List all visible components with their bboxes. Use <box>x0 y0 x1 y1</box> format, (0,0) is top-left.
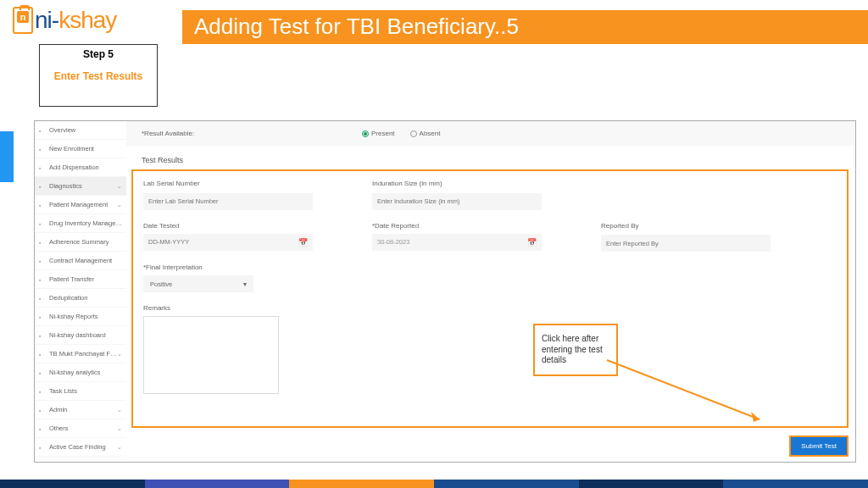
date-tested-label: Date Tested <box>143 222 313 230</box>
content-area: *Result Available: Present Absent Test R… <box>126 121 855 462</box>
sidebar-item-label: Deduplication <box>49 294 87 302</box>
radio-present-label: Present <box>371 130 395 137</box>
radio-dot-icon <box>362 130 369 137</box>
menu-icon: ▪ <box>39 239 46 246</box>
lab-serial-label: Lab Serial Number <box>143 180 313 187</box>
sidebar-item-label: Others <box>49 424 69 432</box>
sidebar-item-label: Diagnostics <box>49 182 82 190</box>
sidebar-item-label: Adherence Summary <box>49 238 108 246</box>
sidebar-item-patient-management[interactable]: ▪Patient Management⌄ <box>35 196 126 214</box>
chevron-down-icon: ⌄ <box>117 351 122 358</box>
app-logo: ni-kshay <box>13 7 116 34</box>
sidebar-item-new-enrollment[interactable]: ▪New Enrollment <box>35 140 126 158</box>
interpretation-select[interactable]: Positive ▾ <box>143 275 253 292</box>
footer-decoration <box>0 480 868 488</box>
chevron-down-icon: ⌄ <box>117 407 122 413</box>
menu-icon: ▪ <box>39 276 46 283</box>
sidebar-item-contract-management[interactable]: ▪Contract Management <box>35 252 126 270</box>
sidebar-item-label: Ni-kshay dashboard <box>49 331 106 339</box>
sidebar: ▪Overview▪New Enrollment▪Add Dispensatio… <box>35 121 126 462</box>
interpretation-label: *Final Interpretation <box>143 263 313 271</box>
calendar-icon[interactable]: 📅 <box>298 238 308 247</box>
radio-absent-label: Absent <box>420 130 441 137</box>
sidebar-item-adherence-summary[interactable]: ▪Adherence Summary <box>35 233 126 252</box>
sidebar-item-drug-inventory-management[interactable]: ▪Drug Inventory Management <box>35 214 126 233</box>
radio-absent[interactable]: Absent <box>410 130 441 137</box>
date-reported-label: *Date Reported <box>372 222 542 230</box>
submit-test-button[interactable]: Submit Test <box>789 435 849 457</box>
sidebar-item-label: Ni-kshay analytics <box>49 369 100 376</box>
reported-by-input[interactable] <box>601 235 771 252</box>
chevron-down-icon: ⌄ <box>117 425 122 432</box>
remarks-label: Remarks <box>143 304 279 312</box>
menu-icon: ▪ <box>39 369 46 376</box>
menu-icon: ▪ <box>39 332 46 339</box>
logo-text-ni: ni <box>35 7 52 33</box>
phone-icon <box>13 7 33 34</box>
callout-box: Click here after entering the test detai… <box>533 324 618 376</box>
menu-icon: ▪ <box>39 425 46 432</box>
sidebar-item-diagnostics[interactable]: ▪Diagnostics⌄ <box>35 177 126 196</box>
induration-label: Induration Size (in mm) <box>372 180 542 187</box>
sidebar-item-label: Patient Management <box>49 201 108 208</box>
menu-icon: ▪ <box>39 444 46 451</box>
sidebar-item-admin[interactable]: ▪Admin⌄ <box>35 401 126 419</box>
menu-icon: ▪ <box>39 220 46 227</box>
menu-icon: ▪ <box>39 258 46 264</box>
result-available-row: *Result Available: Present Absent <box>126 121 855 146</box>
chevron-down-icon: ⌄ <box>117 444 122 451</box>
page-title: Adding Test for TBI Beneficiary..5 <box>182 10 868 44</box>
sidebar-item-tb-mukt-panchayat-forms[interactable]: ▪TB Mukt Panchayat Forms⌄ <box>35 345 126 363</box>
step-box: Step 5 Enter Test Results <box>39 44 158 107</box>
menu-icon: ▪ <box>39 388 46 395</box>
lab-serial-input[interactable] <box>143 193 313 210</box>
menu-icon: ▪ <box>39 202 46 208</box>
sidebar-item-label: New Enrollment <box>49 145 94 152</box>
step-label: Enter Test Results <box>43 70 153 82</box>
sidebar-item-label: Drug Inventory Management <box>49 219 122 227</box>
date-tested-input[interactable] <box>148 234 298 251</box>
sidebar-item-label: TB Mukt Panchayat Forms <box>49 350 117 358</box>
chevron-down-icon: ⌄ <box>117 183 122 190</box>
sidebar-item-active-case-finding[interactable]: ▪Active Case Finding⌄ <box>35 438 126 457</box>
radio-dot-icon <box>410 130 417 137</box>
test-results-form: Lab Serial Number Induration Size (in mm… <box>131 169 849 428</box>
sidebar-item-deduplication[interactable]: ▪Deduplication <box>35 289 126 308</box>
sidebar-item-label: Task Lists <box>49 387 77 395</box>
chevron-down-icon: ▾ <box>243 280 247 288</box>
chevron-down-icon: ⌄ <box>117 202 122 208</box>
menu-icon: ▪ <box>39 295 46 302</box>
sidebar-item-label: Add Dispensation <box>49 164 99 171</box>
menu-icon: ▪ <box>39 146 46 152</box>
sidebar-item-add-dispensation[interactable]: ▪Add Dispensation <box>35 158 126 177</box>
calendar-icon[interactable]: 📅 <box>527 238 537 247</box>
menu-icon: ▪ <box>39 407 46 413</box>
menu-icon: ▪ <box>39 183 46 190</box>
date-reported-input[interactable] <box>377 234 527 251</box>
sidebar-item-label: Active Case Finding <box>49 443 106 451</box>
sidebar-item-ni-kshay-dashboard[interactable]: ▪Ni-kshay dashboard <box>35 326 126 345</box>
remarks-textarea[interactable] <box>143 316 279 394</box>
induration-input[interactable] <box>372 193 542 210</box>
sidebar-item-label: Patient Transfer <box>49 275 94 283</box>
sidebar-item-label: Ni-kshay Reports <box>49 313 98 320</box>
menu-icon: ▪ <box>39 164 46 171</box>
menu-icon: ▪ <box>39 351 46 358</box>
step-number: Step 5 <box>43 48 153 60</box>
reported-by-label: Reported By <box>601 222 771 230</box>
logo-text-dash: - <box>52 7 58 33</box>
sidebar-item-label: Admin <box>49 406 67 413</box>
sidebar-item-patient-transfer[interactable]: ▪Patient Transfer <box>35 270 126 289</box>
section-test-results: Test Results <box>126 146 855 169</box>
sidebar-item-ni-kshay-analytics[interactable]: ▪Ni-kshay analytics <box>35 363 126 382</box>
decorative-strip <box>0 131 14 182</box>
radio-present[interactable]: Present <box>362 130 395 137</box>
menu-icon: ▪ <box>39 127 46 134</box>
sidebar-item-label: Overview <box>49 126 75 134</box>
sidebar-item-others[interactable]: ▪Others⌄ <box>35 419 126 438</box>
interpretation-value: Positive <box>150 280 172 288</box>
sidebar-item-task-lists[interactable]: ▪Task Lists <box>35 382 126 401</box>
sidebar-item-ni-kshay-reports[interactable]: ▪Ni-kshay Reports <box>35 308 126 326</box>
logo-text-kshay: kshay <box>58 7 116 33</box>
sidebar-item-overview[interactable]: ▪Overview <box>35 121 126 140</box>
